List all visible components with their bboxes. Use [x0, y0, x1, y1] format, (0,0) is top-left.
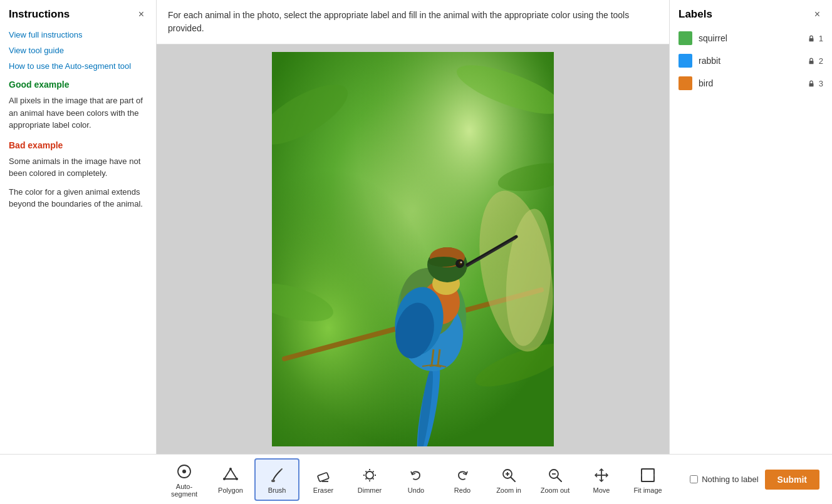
move-icon [593, 466, 610, 484]
nothing-to-label-checkbox[interactable] [690, 475, 698, 483]
polygon-button[interactable]: Polygon [208, 458, 253, 501]
zoom-out-button[interactable]: Zoom out [533, 458, 578, 501]
instruction-text: For each animal in the photo, select the… [168, 10, 629, 33]
svg-rect-64 [642, 469, 654, 481]
toolbar: Auto-segment Polygon Brush [0, 454, 832, 504]
auto-segment-label: Auto-segment [164, 483, 204, 498]
bird-label-name: bird [699, 78, 801, 88]
labels-close-button[interactable]: × [811, 8, 823, 21]
label-item-bird[interactable]: bird 3 [679, 76, 823, 90]
view-full-instructions-link[interactable]: View full instructions [9, 30, 147, 39]
svg-line-53 [373, 471, 374, 472]
zoom-out-icon [546, 466, 564, 484]
svg-point-46 [366, 471, 373, 479]
move-button[interactable]: Move [579, 458, 624, 501]
eraser-button[interactable]: Eraser [301, 458, 346, 501]
fit-image-label: Fit image [633, 486, 662, 494]
dimmer-icon [361, 466, 378, 484]
squirrel-meta: 1 [807, 34, 823, 43]
labels-header: Labels × [679, 8, 823, 21]
bad-example-heading: Bad example [9, 140, 147, 150]
bird-count: 3 [819, 79, 823, 88]
svg-rect-44 [318, 472, 329, 481]
svg-point-41 [236, 478, 238, 480]
bad-example-text1: Some animals in the image have not been … [9, 155, 147, 180]
image-container [157, 44, 669, 454]
svg-point-23 [460, 262, 462, 264]
undo-icon [407, 466, 425, 484]
undo-button[interactable]: Undo [393, 458, 439, 501]
auto-segment-guide-link[interactable]: How to use the Auto-segment tool [9, 61, 147, 71]
canvas-area: For each animal in the photo, select the… [157, 0, 669, 454]
fit-image-button[interactable]: Fit image [625, 458, 670, 501]
bird-image [272, 52, 554, 446]
instructions-sidebar: Instructions × View full instructions Vi… [0, 0, 157, 454]
nothing-to-label-checkbox-container[interactable]: Nothing to label [690, 475, 758, 484]
dimmer-label: Dimmer [358, 486, 382, 494]
svg-line-52 [373, 478, 374, 480]
bad-example-text2: The color for a given animal extends bey… [9, 186, 147, 210]
zoom-in-button[interactable]: Zoom in [486, 458, 531, 501]
brush-icon [268, 466, 286, 484]
sidebar-close-button[interactable]: × [135, 8, 147, 21]
label-item-squirrel[interactable]: squirrel 1 [679, 31, 823, 45]
label-item-rabbit[interactable]: rabbit 2 [679, 54, 823, 68]
zoom-in-icon [500, 466, 517, 484]
rabbit-count: 2 [819, 56, 823, 66]
submit-button[interactable]: Submit [765, 470, 819, 490]
undo-label: Undo [408, 486, 424, 494]
svg-point-40 [229, 468, 232, 470]
svg-point-20 [428, 257, 459, 267]
bird-meta: 3 [807, 79, 823, 88]
good-example-text: All pixels in the image that are part of… [9, 95, 147, 131]
eraser-label: Eraser [313, 486, 333, 494]
sidebar-title: Instructions [9, 8, 70, 21]
auto-segment-icon [175, 463, 193, 480]
zoom-out-label: Zoom out [541, 486, 569, 494]
labels-panel: Labels × squirrel 1 rabbit 2 [669, 0, 832, 454]
redo-icon [454, 466, 471, 484]
polygon-label: Polygon [218, 486, 243, 494]
redo-label: Redo [454, 486, 471, 494]
bird-color-swatch [679, 76, 692, 90]
svg-line-56 [511, 477, 516, 481]
squirrel-color-swatch [679, 31, 692, 45]
labels-title: Labels [679, 8, 712, 21]
rabbit-meta: 2 [807, 56, 823, 66]
redo-button[interactable]: Redo [440, 458, 485, 501]
svg-line-54 [366, 478, 367, 480]
sidebar-header: Instructions × [9, 8, 147, 21]
squirrel-count: 1 [819, 34, 823, 43]
svg-point-43 [271, 480, 275, 482]
svg-rect-34 [809, 38, 813, 41]
svg-line-60 [558, 477, 562, 481]
bird-lock-icon [807, 79, 816, 88]
brush-button[interactable]: Brush [254, 458, 299, 501]
toolbar-right: Nothing to label Submit [690, 470, 819, 490]
nothing-to-label-text: Nothing to label [702, 475, 758, 484]
instruction-bar: For each animal in the photo, select the… [157, 0, 669, 44]
brush-label: Brush [268, 486, 286, 494]
svg-rect-36 [809, 83, 813, 86]
good-example-heading: Good example [9, 80, 147, 90]
dimmer-button[interactable]: Dimmer [347, 458, 392, 501]
rabbit-label-name: rabbit [699, 56, 801, 66]
fit-image-icon [639, 466, 657, 484]
polygon-icon [222, 466, 239, 484]
svg-line-51 [366, 471, 367, 472]
svg-point-42 [223, 478, 226, 480]
squirrel-label-name: squirrel [699, 33, 801, 43]
svg-rect-35 [809, 61, 813, 64]
eraser-icon [315, 466, 332, 484]
squirrel-lock-icon [807, 34, 816, 43]
zoom-in-label: Zoom in [496, 486, 521, 494]
move-label: Move [593, 486, 610, 494]
rabbit-lock-icon [807, 56, 816, 65]
svg-marker-39 [224, 469, 237, 479]
auto-segment-button[interactable]: Auto-segment [162, 458, 207, 501]
rabbit-color-swatch [679, 54, 692, 68]
svg-point-38 [182, 470, 186, 473]
view-tool-guide-link[interactable]: View tool guide [9, 46, 147, 55]
